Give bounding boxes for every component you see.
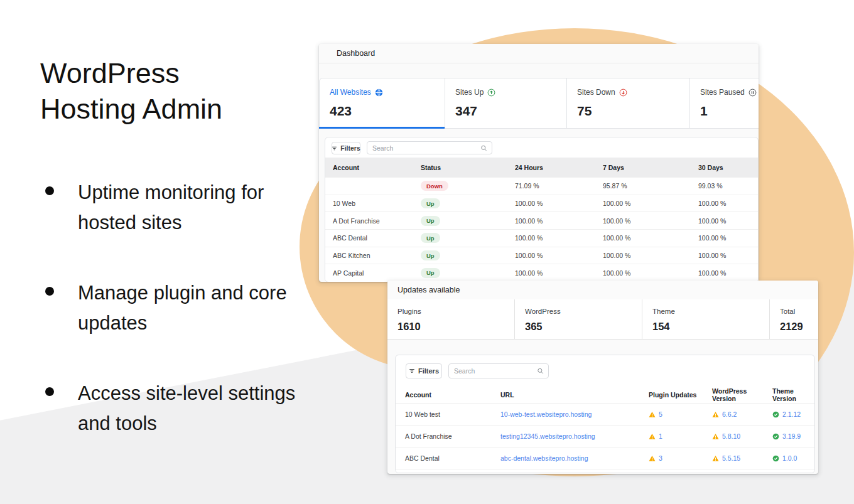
uptime-24h-cell: 100.00 %: [515, 252, 603, 259]
column-header: WordPress Version: [712, 387, 772, 402]
status-cell: Up: [421, 216, 515, 226]
site-url-link[interactable]: 10-web-test.websitepro.hosting: [500, 410, 592, 418]
dashboard-header: Dashboard: [319, 44, 759, 63]
uptime-dashboard-panel: Dashboard All Websites423Sites Up347Site…: [319, 44, 759, 282]
table-row[interactable]: A Dot Franchisetesting12345.websitepro.h…: [396, 425, 814, 447]
search-input[interactable]: [454, 364, 533, 378]
uptime-table-body: Down71.09 %95.87 %99.03 %10 WebUp100.00 …: [325, 177, 758, 281]
stat-card-value: 423: [330, 104, 445, 119]
search-field: [448, 363, 549, 378]
updates-filters-bar: Filters: [396, 355, 814, 383]
bullet-text: Manage plugin and core updates: [78, 278, 304, 338]
stat-card-total[interactable]: Total2129: [770, 299, 818, 339]
theme-version-cell: 1.0.0: [772, 454, 814, 462]
column-header: URL: [500, 391, 649, 399]
account-cell: 10 Web test: [405, 410, 500, 418]
uptime-24h-cell: 71.09 %: [515, 182, 603, 190]
site-url-link[interactable]: testing12345.websitepro.hosting: [500, 432, 595, 440]
account-cell: A Dot Franchise: [333, 217, 421, 225]
theme-version-cell: 3.19.9: [772, 432, 814, 440]
warning-icon: [649, 455, 656, 462]
bullet-text: Access site-level settings and tools: [78, 378, 304, 439]
stat-card-value: 2129: [780, 321, 818, 333]
search-icon: [480, 144, 487, 151]
version-value: 6.6.2: [722, 410, 737, 418]
stat-card-label: Sites Down: [577, 88, 689, 97]
status-badge: Up: [421, 198, 440, 208]
uptime-7d-cell: 95.87 %: [603, 182, 698, 190]
table-row[interactable]: ABC DentalUp100.00 %100.00 %100.00 %: [325, 229, 758, 247]
globe-icon: [375, 88, 383, 97]
stat-card-label: Total: [780, 308, 818, 315]
uptime-30d-cell: 100.00 %: [698, 252, 758, 259]
check-circle-icon: [772, 411, 779, 418]
uptime-stat-cards: All Websites423Sites Up347Sites Down75Si…: [319, 78, 759, 129]
stat-card-value: 1610: [397, 321, 514, 333]
version-value: 3: [659, 454, 662, 462]
filter-icon: [409, 368, 415, 374]
warning-icon: [712, 411, 719, 418]
table-row[interactable]: AP CapitalUp100.00 %100.00 %100.00 %: [325, 264, 758, 281]
uptime-24h-cell: 100.00 %: [515, 269, 603, 277]
plugin-updates-cell: 5: [649, 410, 712, 418]
uptime-24h-cell: 100.00 %: [515, 200, 603, 207]
stat-card-sites-down[interactable]: Sites Down75: [566, 78, 690, 129]
updates-table-body: 10 Web test10-web-test.websitepro.hostin…: [396, 403, 814, 473]
warning-icon: [649, 433, 656, 440]
search-field: [367, 141, 492, 154]
pause-circle-icon: [749, 88, 757, 97]
stat-card-sites-up[interactable]: Sites Up347: [445, 78, 567, 129]
column-header: Plugin Updates: [649, 391, 712, 399]
uptime-7d-cell: 100.00 %: [603, 269, 698, 277]
table-row[interactable]: 10 Web test10-web-test.websitepro.hostin…: [396, 403, 814, 425]
table-row[interactable]: ABC KitchenUp100.00 %100.00 %100.00 %: [325, 247, 758, 264]
account-cell: ABC Kitchen: [333, 252, 421, 259]
status-cell: Up: [421, 250, 515, 260]
arrow-up-circle-icon: [487, 88, 495, 97]
stat-card-all-websites[interactable]: All Websites423: [319, 78, 445, 129]
table-row[interactable]: ABC Kitchenabckitchen.websitepro.hosting…: [396, 469, 814, 473]
search-input[interactable]: [372, 142, 472, 154]
status-cell: Down: [421, 181, 515, 191]
filters-button[interactable]: Filters: [332, 142, 360, 154]
table-row[interactable]: A Dot FranchiseUp100.00 %100.00 %100.00 …: [325, 212, 758, 229]
bullet-dot: [45, 387, 54, 396]
status-cell: Up: [421, 268, 515, 278]
theme-version-cell: 2.1.12: [772, 410, 814, 418]
stat-card-plugins[interactable]: Plugins1610: [387, 299, 515, 339]
bullet-text: Uptime monitoring for hosted sites: [78, 178, 304, 238]
uptime-30d-cell: 100.00 %: [698, 234, 758, 242]
column-header: Account: [333, 164, 421, 171]
updates-table-header-row: AccountURLPlugin UpdatesWordPress Versio…: [396, 387, 814, 403]
version-value: 2.1.12: [782, 410, 801, 418]
stat-card-theme[interactable]: Theme154: [642, 299, 770, 339]
status-cell: Up: [421, 233, 515, 243]
stat-card-sites-paused[interactable]: Sites Paused1: [689, 78, 759, 129]
filter-icon: [332, 146, 337, 151]
version-value: 1.0.0: [782, 454, 797, 462]
uptime-filters-bar: Filters: [325, 137, 758, 158]
stat-card-value: 365: [525, 321, 642, 333]
status-badge: Up: [421, 233, 440, 243]
filters-button[interactable]: Filters: [406, 363, 442, 378]
column-header: Status: [421, 164, 515, 171]
column-header: 24 Hours: [515, 164, 603, 171]
bullet-item: Uptime monitoring for hosted sites: [41, 178, 318, 238]
site-url-link[interactable]: abc-dental.websitepro.hosting: [500, 454, 588, 462]
stat-card-label: All Websites: [330, 88, 445, 97]
table-row[interactable]: Down71.09 %95.87 %99.03 %: [325, 177, 758, 195]
status-badge: Up: [421, 216, 440, 226]
stat-card-value: 347: [455, 104, 566, 119]
table-row[interactable]: ABC Dentalabc-dental.websitepro.hosting3…: [396, 447, 814, 469]
uptime-7d-cell: 100.00 %: [603, 217, 698, 225]
stat-card-value: 154: [652, 321, 769, 333]
uptime-30d-cell: 100.00 %: [698, 269, 758, 277]
updates-dashboard-panel: Updates available Plugins1610WordPress36…: [387, 281, 818, 474]
table-row[interactable]: 10 WebUp100.00 %100.00 %100.00 %: [325, 195, 758, 212]
uptime-30d-cell: 99.03 %: [698, 182, 758, 190]
warning-icon: [712, 455, 719, 462]
updates-header: Updates available: [387, 281, 818, 300]
stat-card-wordpress[interactable]: WordPress365: [515, 299, 642, 339]
uptime-24h-cell: 100.00 %: [515, 234, 603, 242]
bullet-list: Uptime monitoring for hosted sitesManage…: [41, 178, 318, 479]
